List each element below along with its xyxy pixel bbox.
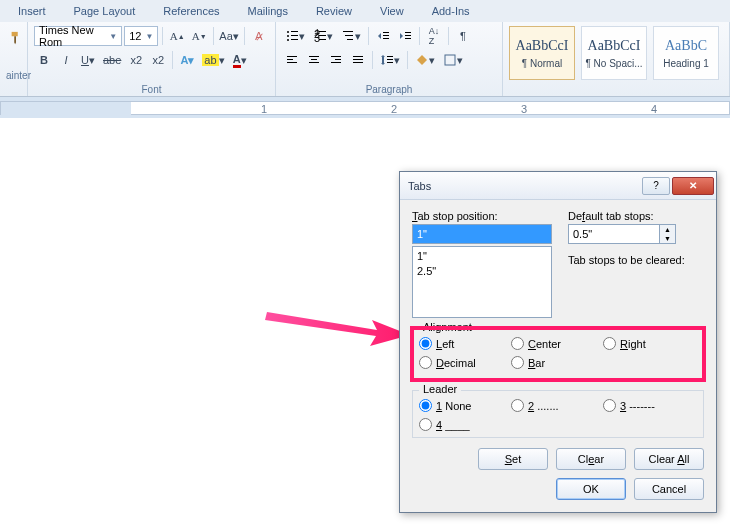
leader-dots-radio[interactable]: 2 ....... [511,399,603,412]
clear-button[interactable]: Clear [556,448,626,470]
svg-rect-35 [387,62,393,63]
format-painter-button[interactable] [6,28,26,48]
svg-rect-21 [287,56,297,57]
underline-button[interactable]: U▾ [78,50,98,70]
ribbon: Insert Page Layout References Mailings R… [0,0,730,97]
svg-rect-36 [445,55,455,65]
align-left-radio[interactable]: Left [419,337,511,350]
shading-button[interactable]: ▾ [412,50,438,70]
font-name-combo[interactable]: Times New Rom▼ [34,26,122,46]
tab-insert[interactable]: Insert [4,1,60,21]
highlight-button[interactable]: ab▾ [199,50,227,70]
strikethrough-button[interactable]: abe [100,50,124,70]
clear-formatting-button[interactable]: A̷ [249,26,269,46]
superscript-button[interactable]: x2 [148,50,168,70]
paragraph-group-label: Paragraph [276,84,502,95]
svg-text:3: 3 [521,103,527,115]
svg-text:2: 2 [391,103,397,115]
svg-rect-22 [287,59,293,60]
default-tab-spinner[interactable]: ▲▼ [568,224,704,244]
svg-rect-34 [387,59,393,60]
borders-button[interactable]: ▾ [440,50,466,70]
tab-stop-input[interactable] [412,224,552,244]
svg-text:1: 1 [261,103,267,115]
tab-stop-list[interactable]: 1" 2.5" [412,246,552,318]
show-marks-button[interactable]: ¶ [453,26,473,46]
change-case-button[interactable]: Aa▾ [218,26,240,46]
align-center-radio[interactable]: Center [511,337,603,350]
clear-all-button[interactable]: Clear All [634,448,704,470]
leader-fieldset: Leader 1 None 2 ....... 3 ------- 4 ____ [412,390,704,438]
svg-rect-31 [353,59,363,60]
style-heading-1[interactable]: AaBbCHeading 1 [653,26,719,80]
svg-rect-1 [291,31,298,32]
style-normal[interactable]: AaBbCcI¶ Normal [509,26,575,80]
svg-rect-29 [331,62,341,63]
tab-stop-label: Tab stop position: [412,210,552,222]
ok-button[interactable]: OK [556,478,626,500]
decrease-indent-button[interactable] [373,26,393,46]
list-item[interactable]: 2.5" [417,264,547,279]
subscript-button[interactable]: x2 [126,50,146,70]
ribbon-tabs: Insert Page Layout References Mailings R… [0,0,730,22]
font-color-button[interactable]: A▾ [230,50,250,70]
tab-review[interactable]: Review [302,1,366,21]
align-center-button[interactable] [304,50,324,70]
line-spacing-button[interactable]: ▾ [377,50,403,70]
leader-none-radio[interactable]: 1 None [419,399,511,412]
style-no-spacing[interactable]: AaBbCcI¶ No Spaci... [581,26,647,80]
ruler-area: 1 2 3 4 [0,97,730,119]
list-item[interactable]: 1" [417,249,547,264]
multilevel-button[interactable]: ▾ [338,26,364,46]
chevron-down-icon: ▼ [109,32,117,41]
spin-down-icon[interactable]: ▼ [660,234,675,243]
bold-button[interactable]: B [34,50,54,70]
svg-rect-30 [353,56,363,57]
align-right-button[interactable] [326,50,346,70]
styles-group: AaBbCcI¶ Normal AaBbCcI¶ No Spaci... AaB… [503,22,730,96]
align-left-button[interactable] [282,50,302,70]
tab-mailings[interactable]: Mailings [234,1,302,21]
tab-addins[interactable]: Add-Ins [418,1,484,21]
annotation-highlight [410,326,706,382]
grow-font-button[interactable]: A▲ [167,26,187,46]
dialog-titlebar[interactable]: Tabs ? ✕ [400,172,716,200]
set-button[interactable]: Set [478,448,548,470]
svg-rect-18 [405,32,411,33]
align-bar-radio[interactable]: Bar [511,356,603,369]
help-button[interactable]: ? [642,177,670,195]
svg-rect-24 [309,56,319,57]
leader-underline-radio[interactable]: 4 ____ [419,418,511,431]
tab-page-layout[interactable]: Page Layout [60,1,150,21]
font-group: Times New Rom▼ 12▼ A▲ A▼ Aa▾ A̷ B I U▾ a… [28,22,276,96]
tabs-dialog: Tabs ? ✕ Tab stop position: 1" 2.5" Defa… [399,171,717,513]
align-right-radio[interactable]: Right [603,337,695,350]
svg-rect-28 [335,59,341,60]
align-decimal-radio[interactable]: Decimal [419,356,511,369]
text-effects-button[interactable]: A▾ [177,50,197,70]
default-tab-input[interactable] [568,224,660,244]
sort-button[interactable]: A↓Z [424,26,444,46]
cleared-label: Tab stops to be cleared: [568,254,704,266]
close-button[interactable]: ✕ [672,177,714,195]
justify-button[interactable] [348,50,368,70]
svg-point-4 [287,39,289,41]
shrink-font-button[interactable]: A▼ [189,26,209,46]
ruler[interactable]: 1 2 3 4 [0,101,730,115]
tab-references[interactable]: References [149,1,233,21]
bullets-button[interactable]: ▾ [282,26,308,46]
spin-up-icon[interactable]: ▲ [660,225,675,234]
dialog-title: Tabs [408,180,640,192]
numbering-button[interactable]: 123▾ [310,26,336,46]
tab-view[interactable]: View [366,1,418,21]
increase-indent-button[interactable] [395,26,415,46]
svg-rect-5 [291,39,298,40]
clipboard-group: ainter [0,22,28,96]
default-tab-label: Default tab stops: [568,210,704,222]
italic-button[interactable]: I [56,50,76,70]
svg-rect-13 [345,35,353,36]
leader-dashes-radio[interactable]: 3 ------- [603,399,695,412]
cancel-button[interactable]: Cancel [634,478,704,500]
font-size-combo[interactable]: 12▼ [124,26,158,46]
svg-rect-27 [331,56,341,57]
